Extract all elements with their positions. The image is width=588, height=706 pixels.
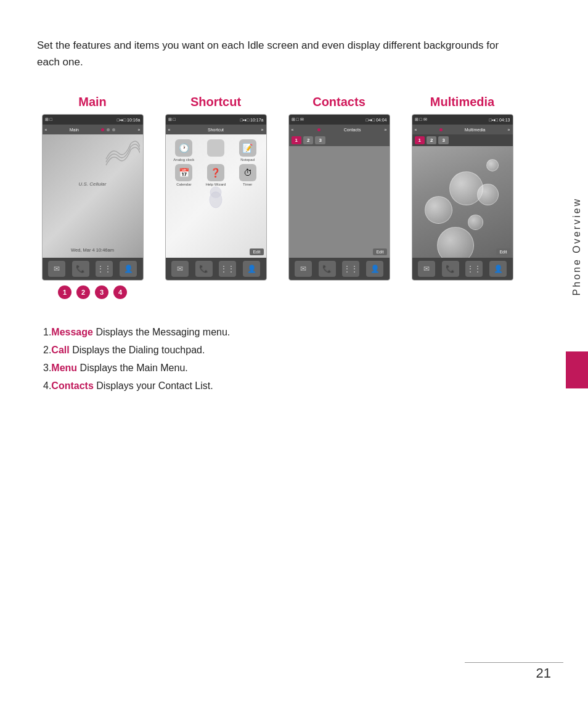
dock-c-call: 📞 bbox=[319, 261, 336, 277]
phone-screen-contacts: ⊞ □ ✉ □▪♦□ 04:04 « Contacts » 1 2 3 Edit bbox=[288, 114, 390, 281]
contacts-tab-2[interactable]: 2 bbox=[303, 136, 313, 144]
date-time-text: Wed, Mar 4 10:46am bbox=[71, 247, 114, 253]
status-bar-multimedia: ⊞ □ ✉ □▪♦□ 04:13 bbox=[412, 115, 513, 125]
status-right-shortcut: □▪♦□ 10:17a bbox=[240, 118, 264, 122]
legend-label-contacts: Contacts bbox=[51, 380, 93, 391]
legend-number-1: 1. bbox=[43, 327, 51, 337]
bubble-4 bbox=[468, 215, 483, 230]
us-cellular-text: U.S. Cellular bbox=[79, 181, 107, 187]
legend-label-message: Message bbox=[51, 327, 93, 337]
screen-label-contacts: Contacts bbox=[312, 95, 365, 109]
screen-item-contacts: Contacts ⊞ □ ✉ □▪♦□ 04:04 « Contacts » 1… bbox=[284, 95, 394, 281]
shortcut-app-calendar: 📅 Calendar bbox=[169, 164, 199, 186]
legend-item-1: 1.Message Displays the Messaging menu. bbox=[43, 324, 518, 342]
legend-number-3: 3. bbox=[43, 363, 51, 373]
edit-button-multimedia[interactable]: Edit bbox=[496, 248, 510, 255]
legend-section: 1.Message Displays the Messaging menu. 2… bbox=[37, 324, 518, 395]
bottom-dock-shortcut: ✉ 📞 ⋮⋮ 👤 bbox=[166, 258, 266, 280]
contacts-bg: 1 2 3 Edit bbox=[289, 134, 390, 258]
circle-4: 4 bbox=[113, 285, 127, 299]
calendar-label: Calendar bbox=[176, 183, 191, 186]
nav-arrows-right: » bbox=[138, 128, 141, 132]
multimedia-tab-2[interactable]: 2 bbox=[427, 136, 436, 144]
main-screen-bg: U.S. Cellular Wed, Mar 4 10:46am bbox=[43, 134, 143, 258]
status-bar-main: ⊞ □ □▪♦□ 10:16a bbox=[43, 115, 143, 125]
status-right-mm: □▪♦□ 04:13 bbox=[489, 118, 510, 122]
legend-item-3: 3.Menu Displays the Main Menu. bbox=[43, 359, 518, 377]
dock-icon-contacts: 👤 bbox=[120, 261, 137, 277]
status-bar-contacts: ⊞ □ ✉ □▪♦□ 04:04 bbox=[289, 115, 390, 125]
nav-bar-contacts: « Contacts » bbox=[289, 125, 390, 134]
legend-item-4: 4.Contacts Displays your Contact List. bbox=[43, 377, 518, 395]
dock-c-message: ✉ bbox=[295, 261, 312, 277]
analog-clock-icon: 🕐 bbox=[175, 139, 192, 157]
status-right-main: □▪♦□ 10:16a bbox=[117, 118, 141, 122]
nav-arrows-right-mm: » bbox=[508, 128, 510, 132]
multimedia-tab-1[interactable]: 1 bbox=[415, 136, 425, 144]
edit-button-shortcut[interactable]: Edit bbox=[250, 248, 263, 255]
edit-button-contacts[interactable]: Edit bbox=[373, 248, 386, 255]
legend-number-4: 4. bbox=[43, 380, 51, 391]
notepad-icon: 📝 bbox=[239, 139, 256, 157]
shortcut-bg: 🕐 Analog clock 📝 Notepad 📅 bbox=[166, 134, 266, 258]
screen-item-multimedia: Multimedia ⊞ □ ✉ □▪♦□ 04:13 « Multimedia… bbox=[407, 95, 518, 281]
timer-icon: ⏱ bbox=[239, 164, 256, 181]
bubble-3 bbox=[425, 196, 452, 224]
bubble-2 bbox=[477, 184, 499, 205]
status-left-mm: ⊞ □ ✉ bbox=[415, 117, 427, 122]
legend-desc-call: Displays the Dialing touchpad. bbox=[70, 345, 205, 355]
waterdrop-svg bbox=[203, 184, 228, 208]
nav-arrows-right-c: » bbox=[385, 128, 387, 132]
dock-c-contacts: 👤 bbox=[366, 261, 383, 277]
legend-desc-message: Displays the Messaging menu. bbox=[93, 327, 230, 337]
status-bar-shortcut: ⊞ □ □▪♦□ 10:17a bbox=[166, 115, 266, 125]
nav-bar-multimedia: « Multimedia » bbox=[412, 125, 513, 134]
nav-label-shortcut: Shortcut bbox=[208, 128, 224, 132]
circle-2: 2 bbox=[76, 285, 90, 299]
page-number: 21 bbox=[536, 665, 551, 681]
shortcut-app-analog-clock: 🕐 Analog clock bbox=[169, 139, 199, 162]
numbered-circles: 1 2 3 4 bbox=[58, 285, 127, 299]
legend-item-2: 2.Call Displays the Dialing touchpad. bbox=[43, 342, 518, 359]
contacts-tabs: 1 2 3 bbox=[289, 134, 390, 146]
contacts-tab-1[interactable]: 1 bbox=[292, 136, 301, 144]
shortcut-app-help: ❓ Help Wizard bbox=[201, 164, 231, 186]
nav-arrows-right-sc: » bbox=[261, 128, 264, 132]
dock-mm-menu: ⋮⋮ bbox=[465, 261, 483, 277]
dock-sc-contacts: 👤 bbox=[243, 261, 260, 277]
nav-arrows-left: « bbox=[45, 128, 47, 132]
bottom-rule bbox=[465, 662, 563, 663]
status-right-contacts: □▪♦□ 04:04 bbox=[366, 118, 387, 122]
nav-bar-shortcut: « Shortcut » bbox=[166, 125, 266, 134]
multimedia-tabs: 1 2 3 bbox=[412, 134, 513, 146]
nav-dot-multimedia bbox=[439, 128, 443, 131]
legend-desc-contacts: Displays your Contact List. bbox=[94, 380, 213, 391]
dock-sc-menu: ⋮⋮ bbox=[219, 261, 236, 277]
phone-screen-shortcut: ⊞ □ □▪♦□ 10:17a « Shortcut » 🕐 Analog cl… bbox=[165, 114, 267, 281]
wave-decoration bbox=[103, 138, 140, 168]
side-bar-accent bbox=[566, 351, 588, 388]
nav-arrows-left-mm: « bbox=[415, 128, 417, 132]
status-left-shortcut: ⊞ □ bbox=[168, 117, 176, 122]
bottom-dock-main: ✉ 📞 ⋮⋮ 👤 bbox=[43, 258, 143, 280]
legend-desc-menu: Displays the Main Menu. bbox=[77, 363, 188, 373]
shortcut-icons-grid: 🕐 Analog clock 📝 Notepad 📅 bbox=[166, 134, 266, 189]
nav-label-multimedia: Multimedia bbox=[465, 128, 486, 132]
dock-mm-call: 📞 bbox=[442, 261, 459, 277]
multimedia-tab-3[interactable]: 3 bbox=[438, 136, 448, 144]
phone-screen-multimedia: ⊞ □ ✉ □▪♦□ 04:13 « Multimedia » 1 2 3 bbox=[412, 114, 513, 281]
dock-sc-call: 📞 bbox=[195, 261, 213, 277]
phone-screen-main: ⊞ □ □▪♦□ 10:16a « Main » bbox=[42, 114, 144, 281]
analog-clock-label: Analog clock bbox=[173, 158, 194, 162]
shortcut-app-timer: ⏱ Timer bbox=[233, 164, 263, 186]
intro-text: Set the features and items you want on e… bbox=[37, 37, 518, 70]
status-left-contacts: ⊞ □ ✉ bbox=[292, 117, 304, 122]
shortcut-app-notepad: 📝 Notepad bbox=[233, 139, 263, 162]
waterdrop-center bbox=[203, 184, 228, 208]
legend-label-call: Call bbox=[51, 345, 69, 355]
dock-icon-message: ✉ bbox=[48, 261, 65, 277]
notepad-label: Notepad bbox=[240, 158, 255, 162]
nav-label-main: Main bbox=[70, 128, 79, 132]
screens-section: Main ⊞ □ □▪♦□ 10:16a « Main » bbox=[37, 95, 518, 299]
contacts-tab-3[interactable]: 3 bbox=[315, 136, 325, 144]
